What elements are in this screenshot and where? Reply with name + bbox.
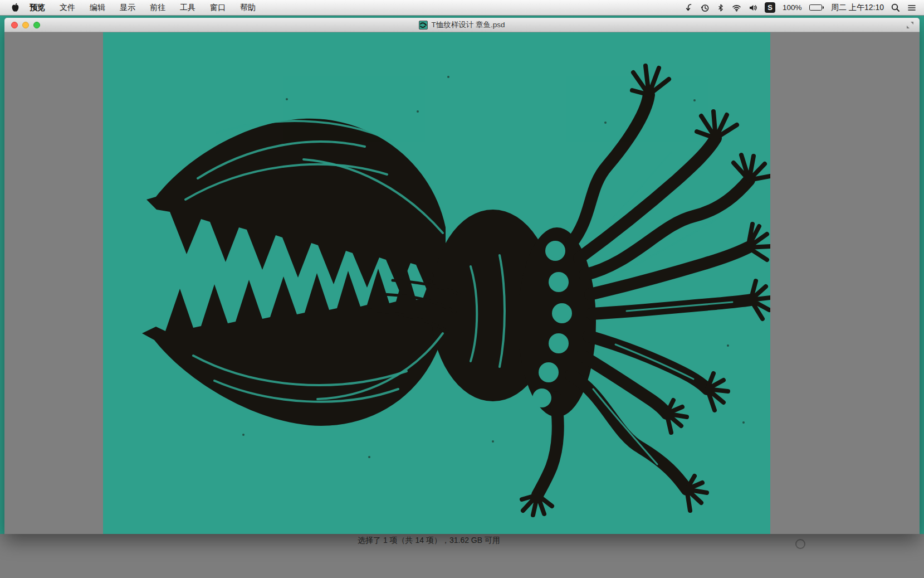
fullscreen-button[interactable] — [906, 21, 914, 29]
octopus-artwork — [103, 32, 770, 534]
wifi-icon[interactable] — [732, 0, 741, 15]
menu-bar-clock[interactable]: 周二 上午12:10 — [831, 3, 884, 13]
background-finder-strip: 选择了 1 项（共 14 项），31.62 GB 可用 — [0, 534, 924, 578]
download-arrow-icon[interactable] — [685, 0, 693, 15]
window-content — [4, 32, 920, 534]
menu-item-go[interactable]: 前往 — [143, 0, 173, 15]
traffic-lights — [11, 18, 40, 32]
apple-menu[interactable] — [8, 0, 22, 15]
finder-status-text: 选择了 1 项（共 14 项），31.62 GB 可用 — [262, 536, 596, 546]
minimize-button[interactable] — [22, 22, 29, 28]
preview-window: T恤纹样设计 章鱼.psd — [4, 18, 920, 534]
time-machine-icon[interactable] — [701, 0, 710, 15]
background-window-control — [795, 539, 805, 549]
apple-icon — [11, 3, 19, 13]
menu-item-preview[interactable]: 预览 — [22, 0, 52, 15]
menu-bar-status-area: S 100% 周二 上午12:10 — [685, 0, 924, 15]
menu-bar: 预览 文件 编辑 显示 前往 工具 窗口 帮助 S 100% 周二 上午12:1… — [0, 0, 924, 16]
menu-item-view[interactable]: 显示 — [113, 0, 143, 15]
title-wrap: T恤纹样设计 章鱼.psd — [419, 20, 505, 30]
close-button[interactable] — [11, 22, 18, 28]
input-method-badge[interactable]: S — [765, 2, 775, 13]
document-icon — [419, 21, 428, 30]
menu-item-help[interactable]: 帮助 — [233, 0, 263, 15]
menu-item-file[interactable]: 文件 — [52, 0, 82, 15]
window-title: T恤纹样设计 章鱼.psd — [431, 20, 505, 30]
volume-icon[interactable] — [749, 0, 757, 15]
menu-bar-left: 预览 文件 编辑 显示 前往 工具 窗口 帮助 — [0, 0, 263, 15]
spotlight-icon[interactable] — [891, 0, 900, 15]
menu-item-edit[interactable]: 编辑 — [82, 0, 113, 15]
menu-item-window[interactable]: 窗口 — [203, 0, 233, 15]
zoom-button[interactable] — [33, 22, 40, 28]
title-bar[interactable]: T恤纹样设计 章鱼.psd — [4, 18, 920, 32]
bluetooth-icon[interactable] — [717, 0, 725, 15]
image-canvas — [103, 32, 770, 534]
notification-center-icon[interactable] — [907, 0, 916, 15]
battery-percent: 100% — [783, 3, 802, 12]
battery-icon[interactable] — [809, 4, 824, 11]
menu-item-tools[interactable]: 工具 — [173, 0, 203, 15]
